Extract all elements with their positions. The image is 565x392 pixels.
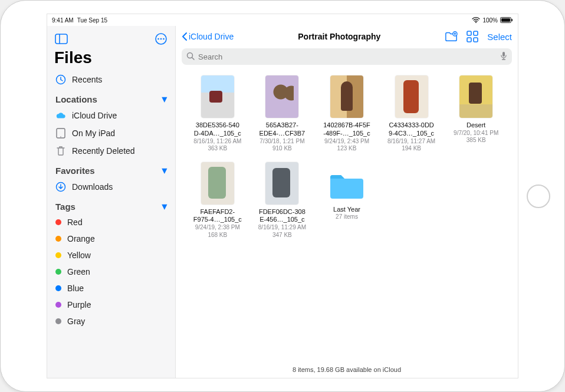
svg-rect-16 (474, 31, 478, 35)
volume-button (0, 189, 1, 201)
tag-dot-icon (55, 302, 61, 308)
file-item[interactable]: FAEFAFD2-F975-4…_105_c9/24/19, 2:38 PM16… (189, 162, 247, 239)
svg-rect-2 (501, 18, 510, 22)
file-name: 565A3B27- (266, 121, 298, 130)
sidebar-item-label: Purple (67, 300, 91, 309)
back-button[interactable]: iCloud Drive (182, 32, 234, 41)
svg-point-9 (163, 38, 165, 40)
app-area: Files Recents Locations ▶ iCloud Drive (47, 26, 518, 378)
nav-bar: iCloud Drive Portrait Photography Select (176, 26, 518, 47)
file-name-line2: -489F-…_105_c (323, 130, 370, 138)
file-item[interactable]: FDEF06DC-308E-456…_105_c8/16/19, 11:29 A… (254, 162, 311, 239)
sidebar: Files Recents Locations ▶ iCloud Drive (47, 26, 176, 378)
file-name: Last Year (333, 206, 360, 214)
svg-point-7 (157, 38, 159, 40)
file-thumbnail (201, 75, 234, 118)
file-item[interactable]: 38DE5356-540D-4DA…_105_c8/16/19, 11:26 A… (189, 75, 247, 153)
file-item[interactable]: C4334333-0DD9-4C3…_105_c8/16/19, 11:27 A… (383, 75, 441, 153)
back-label: iCloud Drive (189, 32, 234, 41)
file-item[interactable]: 1402867B-4F5F-489F-…_105_c9/24/19, 2:43 … (318, 75, 376, 153)
page-title: Portrait Photography (298, 32, 380, 41)
file-meta: 9/7/20, 10:41 PM (454, 130, 498, 137)
chevron-left-icon (182, 32, 188, 41)
file-thumbnail (265, 75, 298, 118)
section-title: Tags (55, 202, 75, 212)
dictation-icon[interactable] (500, 51, 507, 62)
sidebar-tag-purple[interactable]: Purple (47, 297, 175, 313)
file-thumbnail (395, 75, 428, 118)
sidebar-toggle-icon[interactable] (53, 31, 70, 47)
file-name-line2: 9-4C3…_105_c (389, 130, 434, 138)
file-thumbnail (265, 162, 298, 205)
file-name: C4334333-0DD (389, 121, 433, 130)
sidebar-item-recently-deleted[interactable]: Recently Deleted (47, 142, 175, 160)
file-meta: 8/16/19, 11:29 AM (258, 224, 306, 232)
file-name-line2: D-4DA…_105_c (194, 130, 241, 138)
sidebar-item-icloud-drive[interactable]: iCloud Drive (47, 107, 175, 124)
file-size: 385 KB (467, 137, 486, 144)
search-input[interactable] (198, 52, 497, 61)
file-grid: 38DE5356-540D-4DA…_105_c8/16/19, 11:26 A… (176, 70, 518, 363)
sidebar-tag-yellow[interactable]: Yellow (47, 247, 175, 263)
ipad-device-frame: 9:41 AM Tue Sep 15 100% (0, 0, 565, 392)
chevron-down-icon: ▶ (161, 169, 169, 173)
file-thumbnail (330, 75, 363, 118)
select-button[interactable]: Select (487, 32, 512, 42)
sidebar-tag-red[interactable]: Red (47, 214, 175, 230)
sidebar-tag-blue[interactable]: Blue (47, 280, 175, 297)
svg-line-20 (192, 57, 195, 60)
sidebar-item-on-my-ipad[interactable]: On My iPad (47, 124, 175, 142)
sidebar-item-label: On My iPad (72, 129, 115, 138)
file-thumbnail (459, 75, 492, 118)
file-size: 168 KB (208, 232, 227, 239)
svg-point-8 (160, 38, 162, 40)
cloud-icon (55, 110, 66, 121)
section-header-locations[interactable]: Locations ▶ (47, 88, 175, 107)
view-grid-button[interactable] (466, 30, 479, 43)
status-time: 9:41 AM (52, 17, 74, 24)
sidebar-item-label: iCloud Drive (72, 111, 117, 120)
chevron-down-icon: ▶ (161, 97, 169, 102)
file-size: 363 KB (208, 145, 227, 153)
svg-rect-4 (55, 34, 67, 44)
file-thumbnail (201, 162, 234, 205)
app-title: Files (47, 47, 175, 71)
folder-icon (328, 170, 366, 201)
status-date: Tue Sep 15 (77, 17, 107, 24)
file-meta: 7/30/18, 1:21 PM (259, 138, 304, 146)
file-name: FDEF06DC-308 (259, 208, 306, 216)
trash-icon (55, 146, 66, 156)
new-folder-button[interactable] (445, 30, 458, 43)
folder-item[interactable]: Last Year27 items (318, 162, 376, 239)
file-item[interactable]: 565A3B27-EDE4-…CF3B77/30/18, 1:21 PM910 … (254, 75, 311, 153)
file-item[interactable]: Desert9/7/20, 10:41 PM385 KB (447, 75, 505, 153)
wifi-icon (472, 17, 480, 23)
section-title: Favorites (55, 166, 95, 176)
battery-percent: 100% (482, 17, 498, 24)
sidebar-item-label: Downloads (72, 182, 113, 192)
svg-rect-3 (512, 19, 513, 21)
home-button[interactable] (527, 185, 550, 208)
sidebar-item-recents[interactable]: Recents (47, 71, 175, 88)
search-field[interactable] (182, 48, 512, 65)
sidebar-item-downloads[interactable]: Downloads (47, 178, 175, 196)
clock-icon (55, 74, 66, 85)
sidebar-item-label: Blue (67, 284, 84, 293)
sidebar-tag-orange[interactable]: Orange (47, 230, 175, 247)
download-icon (55, 182, 66, 192)
tag-dot-icon (55, 219, 61, 225)
file-name-line2: EDE4-…CF3B7 (259, 130, 306, 138)
file-size: 910 KB (272, 145, 292, 153)
section-header-tags[interactable]: Tags ▶ (47, 196, 175, 214)
section-header-favorites[interactable]: Favorites ▶ (47, 160, 175, 178)
more-options-icon[interactable] (153, 31, 169, 47)
sidebar-tag-gray[interactable]: Gray (47, 313, 175, 330)
file-meta: 9/24/19, 2:38 PM (195, 224, 240, 232)
tag-dot-icon (55, 269, 61, 275)
sidebar-tag-green[interactable]: Green (47, 263, 175, 280)
file-size: 123 KB (337, 145, 357, 153)
status-bar: 9:41 AM Tue Sep 15 100% (47, 14, 518, 26)
search-icon (186, 52, 195, 62)
sidebar-item-label: Recents (72, 75, 102, 84)
file-size: 194 KB (402, 145, 421, 153)
